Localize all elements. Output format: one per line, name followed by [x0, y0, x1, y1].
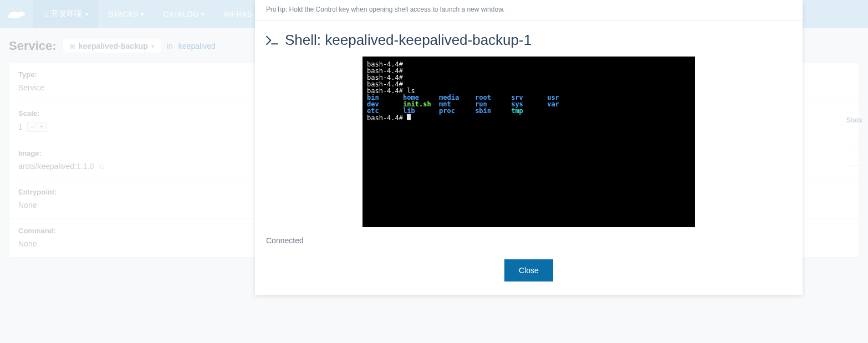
- protip-text: ProTip: Hold the Control key when openin…: [255, 0, 803, 21]
- close-button[interactable]: Close: [504, 259, 553, 281]
- dir: proc: [439, 107, 455, 115]
- dir: var: [547, 100, 559, 108]
- shell-title: Shell: keepalived-keepalived-backup-1: [255, 21, 803, 57]
- dir: sbin: [475, 107, 491, 115]
- connection-status: Connected: [255, 227, 803, 245]
- terminal-icon: [266, 35, 278, 45]
- shell-modal: ProTip: Hold the Control key when openin…: [255, 0, 803, 295]
- shell-title-text: Shell: keepalived-keepalived-backup-1: [285, 32, 532, 49]
- dir: tmp: [511, 107, 523, 115]
- terminal[interactable]: bash-4.4# bash-4.4# bash-4.4# bash-4.4# …: [362, 57, 695, 227]
- dir: etc: [367, 107, 379, 115]
- dir: lib: [403, 107, 415, 115]
- terminal-cursor: [407, 114, 411, 120]
